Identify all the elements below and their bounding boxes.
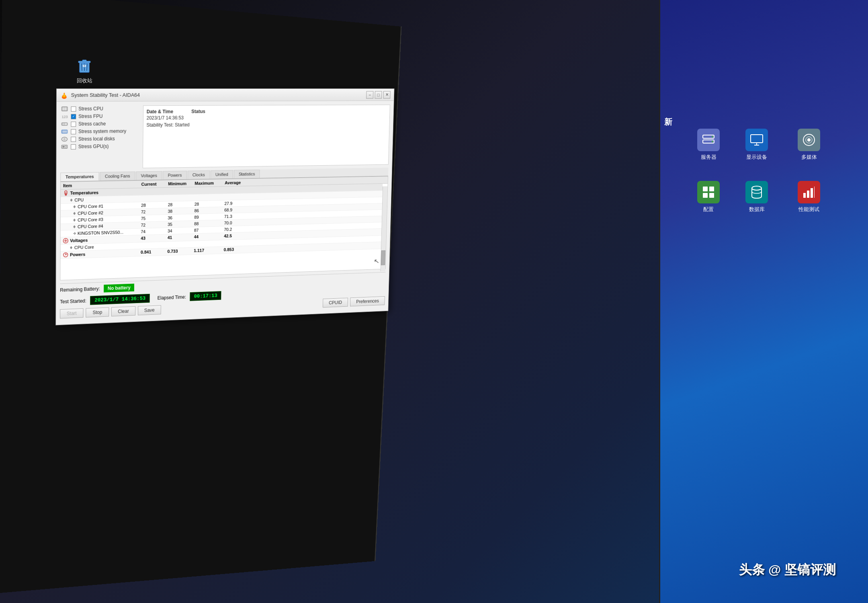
stress-cpu-label: Stress CPU	[78, 106, 103, 112]
cache-icon	[61, 121, 69, 127]
fpu-icon: 123	[61, 113, 69, 120]
database-label: 数据库	[749, 206, 765, 213]
test-started-value: 2023/1/7 14:36:53	[90, 294, 149, 305]
gpu-icon	[60, 144, 68, 150]
col-item: Item	[63, 182, 141, 188]
stress-cpu-row: Stress CPU	[61, 105, 139, 112]
stress-cache-checkbox[interactable]	[71, 121, 76, 127]
svg-rect-41	[703, 193, 708, 198]
svg-point-17	[61, 137, 67, 141]
info-panel: Date & Time Status 2023/1/7 14:36:53 Sta…	[143, 105, 390, 168]
save-button[interactable]: Save	[138, 305, 161, 315]
stress-memory-checkbox[interactable]	[71, 129, 76, 134]
table-body[interactable]: Temperatures CPU CPU Core #1	[60, 184, 387, 280]
stress-memory-row: Stress system memory	[61, 128, 139, 135]
col-minimum: Minimum	[168, 181, 194, 186]
svg-point-37	[807, 138, 811, 142]
config-icon-group[interactable]: 配置	[692, 181, 725, 213]
data-table-container: Item Current Minimum Maximum Average Tem…	[60, 176, 388, 280]
benchmark-icon	[798, 181, 820, 203]
stress-fpu-row: 123 Stress FPU	[61, 113, 139, 120]
battery-status: No battery	[104, 284, 134, 293]
clear-button[interactable]: Clear	[111, 306, 135, 316]
window-content: Stress CPU 123 Stress FPU	[56, 101, 394, 325]
database-icon-group[interactable]: 数据库	[741, 181, 773, 213]
scrollbar-thumb[interactable]	[381, 250, 385, 265]
svg-rect-47	[814, 187, 815, 198]
config-icon	[697, 181, 720, 203]
svg-rect-24	[66, 192, 66, 195]
svg-rect-33	[751, 135, 763, 143]
stress-disks-label: Stress local disks	[78, 136, 115, 142]
display-label: 显示设备	[746, 154, 767, 161]
stress-cache-label: Stress cache	[78, 121, 106, 127]
cpu-icon	[61, 106, 69, 112]
start-button[interactable]: Start	[60, 308, 84, 319]
stress-gpu-checkbox[interactable]	[71, 144, 76, 149]
col-average: Average	[225, 180, 251, 185]
svg-point-43	[752, 186, 762, 190]
disk-icon	[60, 136, 68, 142]
cursor-arrow: ↖	[373, 257, 380, 266]
preferences-button[interactable]: Preferences	[350, 296, 385, 306]
stress-disks-checkbox[interactable]	[71, 137, 76, 142]
benchmark-label: 性能测试	[798, 206, 819, 213]
multimedia-label: 多媒体	[801, 154, 817, 161]
svg-text:123: 123	[62, 115, 68, 119]
server-icon-group[interactable]: 服务器	[692, 129, 725, 161]
svg-rect-20	[62, 146, 64, 148]
tab-clocks[interactable]: Clocks	[187, 170, 210, 179]
title-bar-left: System Stability Test - AIDA64	[61, 91, 140, 98]
stress-disks-row: Stress local disks	[60, 135, 139, 143]
tab-powers[interactable]: Powers	[163, 171, 187, 180]
benchmark-icon-group[interactable]: 性能测试	[793, 181, 825, 213]
battery-label: Remaining Battery:	[60, 286, 100, 293]
server-icon	[697, 129, 720, 151]
svg-point-21	[65, 146, 66, 148]
date-time-value: 2023/1/7 14:36:53	[147, 115, 184, 121]
second-monitor: 新 服务器 显示设备	[659, 0, 868, 603]
stress-memory-label: Stress system memory	[78, 128, 126, 134]
stress-fpu-checkbox[interactable]	[71, 114, 76, 119]
server-label: 服务器	[701, 154, 717, 161]
minimize-button[interactable]: −	[366, 91, 373, 98]
aida64-icon	[61, 91, 68, 98]
status-value-text: Stability Test: Started	[146, 121, 386, 128]
svg-rect-42	[709, 193, 714, 198]
database-icon	[745, 181, 768, 203]
title-bar: System Stability Test - AIDA64 − □ ✕	[57, 89, 394, 102]
tab-unified[interactable]: Unified	[211, 170, 233, 179]
svg-point-18	[63, 138, 65, 140]
elapsed-time-value: 00:17:13	[190, 291, 221, 301]
new-label: 新	[664, 117, 672, 127]
multimedia-icon	[798, 129, 820, 151]
tab-voltages[interactable]: Voltages	[136, 171, 162, 180]
window-title: System Stability Test - AIDA64	[71, 92, 140, 98]
stress-gpu-row: Stress GPU(s)	[60, 143, 139, 150]
maximize-button[interactable]: □	[375, 91, 382, 98]
tab-statistics[interactable]: Statistics	[234, 170, 260, 178]
tab-temperatures[interactable]: Temperatures	[60, 172, 99, 181]
elapsed-time-label: Elapsed Time:	[158, 294, 186, 301]
config-label: 配置	[703, 206, 714, 213]
stress-gpu-label: Stress GPU(s)	[78, 144, 109, 150]
svg-point-31	[712, 136, 713, 137]
status-label: Status	[191, 108, 387, 114]
col-current: Current	[141, 181, 168, 187]
cpuid-button[interactable]: CPUID	[323, 298, 348, 308]
col-maximum: Maximum	[194, 180, 225, 186]
tab-cooling-fans[interactable]: Cooling Fans	[100, 172, 135, 181]
memory-icon	[61, 128, 69, 135]
stress-cpu-checkbox[interactable]	[71, 106, 76, 111]
svg-rect-44	[803, 193, 806, 198]
stress-cache-row: Stress cache	[61, 121, 139, 127]
display-icon	[745, 129, 768, 151]
display-icon-group[interactable]: 显示设备	[741, 129, 773, 161]
left-column: Stress CPU 123 Stress FPU	[60, 105, 139, 169]
recycle-bin-icon[interactable]: 回收站	[70, 56, 98, 84]
svg-rect-39	[703, 187, 708, 191]
close-button[interactable]: ✕	[383, 91, 391, 98]
multimedia-icon-group[interactable]: 多媒体	[793, 129, 825, 161]
stop-button[interactable]: Stop	[86, 307, 109, 317]
aida64-window: System Stability Test - AIDA64 − □ ✕ Str…	[55, 88, 394, 325]
